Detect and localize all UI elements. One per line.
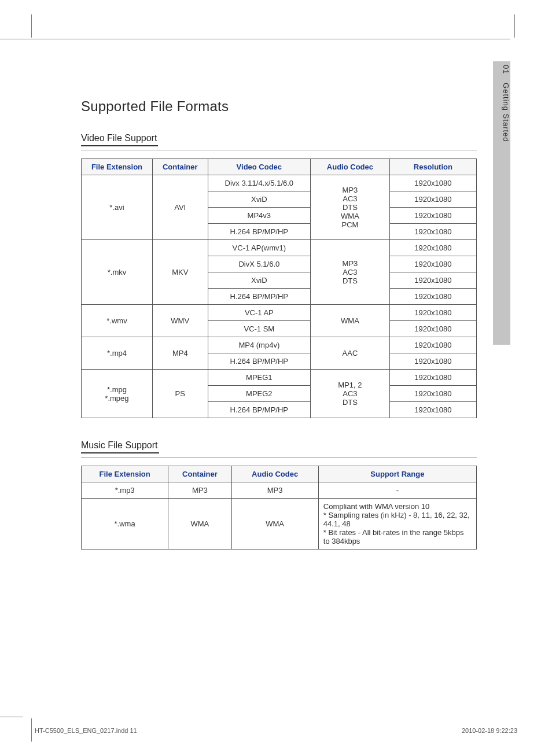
cell-container: AVI (152, 175, 208, 240)
th-container: Container (168, 466, 231, 482)
crop-mark (514, 14, 515, 38)
cell-audio-codec: MP3 (231, 482, 318, 499)
cell-file-extension: *.avi (82, 175, 153, 240)
cell-video-codec: H.264 BP/MP/HP (208, 224, 311, 240)
th-resolution: Resolution (389, 159, 476, 175)
table-header-row: File Extension Container Video Codec Aud… (82, 159, 477, 175)
cell-audio-codec: AAC (311, 337, 390, 370)
cell-resolution: 1920x1080 (389, 256, 476, 272)
cell-support-range: Compliant with WMA version 10* Sampling … (318, 499, 476, 550)
cell-resolution: 1920x1080 (389, 353, 476, 370)
page: 01 Getting Started Supported File Format… (0, 0, 552, 756)
table-row: *.mpg*.mpegPSMPEG1MP1, 2AC3DTS1920x1080 (82, 370, 477, 386)
th-container: Container (152, 159, 208, 175)
th-video-codec: Video Codec (208, 159, 311, 175)
chapter-number: 01 (502, 65, 510, 74)
cell-video-codec: H.264 BP/MP/HP (208, 289, 311, 305)
table-row: *.mp3MP3MP3- (82, 482, 477, 499)
cell-video-codec: MPEG1 (208, 370, 311, 386)
table-row: *.mp4MP4MP4 (mp4v)AAC1920x1080 (82, 337, 477, 353)
cell-video-codec: VC-1 AP (208, 305, 311, 321)
cell-video-codec: H.264 BP/MP/HP (208, 353, 311, 370)
rule (81, 457, 477, 458)
crop-mark (0, 39, 510, 39)
rule (81, 150, 477, 150)
cell-container: MP4 (152, 337, 208, 370)
cell-video-codec: MP4v3 (208, 208, 311, 224)
cell-video-codec: MPEG2 (208, 386, 311, 402)
th-support-range: Support Range (318, 466, 476, 482)
cell-resolution: 1920x1080 (389, 321, 476, 337)
cell-container: MP3 (168, 482, 231, 499)
cell-resolution: 1920x1080 (389, 224, 476, 240)
cell-audio-codec: WMA (231, 499, 318, 550)
cell-resolution: 1920x1080 (389, 240, 476, 256)
table-header-row: File Extension Container Audio Codec Sup… (82, 466, 477, 482)
cell-video-codec: DivX 5.1/6.0 (208, 256, 311, 272)
cell-support-range: - (318, 482, 476, 499)
cell-container: MKV (152, 240, 208, 305)
crop-mark (31, 14, 32, 38)
crop-mark (31, 718, 32, 742)
cell-resolution: 1920x1080 (389, 370, 476, 386)
cell-video-codec: XviD (208, 272, 311, 289)
cell-audio-codec: MP3AC3DTSWMAPCM (311, 175, 390, 240)
cell-video-codec: H.264 BP/MP/HP (208, 402, 311, 418)
cell-video-codec: Divx 3.11/4.x/5.1/6.0 (208, 175, 311, 191)
table-row: *.wmaWMAWMACompliant with WMA version 10… (82, 499, 477, 550)
cell-resolution: 1920x1080 (389, 175, 476, 191)
cell-resolution: 1920x1080 (389, 191, 476, 208)
table-row: *.aviAVIDivx 3.11/4.x/5.1/6.0MP3AC3DTSWM… (82, 175, 477, 191)
music-support-table: File Extension Container Audio Codec Sup… (81, 466, 477, 550)
cell-resolution: 1920x1080 (389, 386, 476, 402)
table-row: *.mkvMKVVC-1 AP(wmv1)MP3AC3DTS1920x1080 (82, 240, 477, 256)
th-audio-codec: Audio Codec (311, 159, 390, 175)
cell-resolution: 1920x1080 (389, 272, 476, 289)
cell-audio-codec: MP1, 2AC3DTS (311, 370, 390, 418)
cell-container: WMV (152, 305, 208, 337)
cell-resolution: 1920x1080 (389, 337, 476, 353)
th-file-extension: File Extension (82, 159, 153, 175)
chapter-title: Getting Started (502, 83, 510, 142)
content: Supported File Formats Video File Suppor… (81, 98, 477, 756)
footer-timestamp: 2010-02-18 9:22:23 (462, 727, 517, 734)
cell-video-codec: VC-1 SM (208, 321, 311, 337)
table-row: *.wmvWMVVC-1 APWMA1920x1080 (82, 305, 477, 321)
cell-container: WMA (168, 499, 231, 550)
cell-file-extension: *.wma (82, 499, 168, 550)
cell-container: PS (152, 370, 208, 418)
cell-file-extension: *.mpg*.mpeg (82, 370, 153, 418)
side-tab: 01 Getting Started (493, 61, 510, 345)
side-tab-text: 01 Getting Started (493, 65, 510, 142)
cell-resolution: 1920x1080 (389, 305, 476, 321)
cell-file-extension: *.mkv (82, 240, 153, 305)
cell-video-codec: VC-1 AP(wmv1) (208, 240, 311, 256)
footer-file: HT-C5500_ELS_ENG_0217.indd 11 (35, 727, 137, 734)
video-support-heading: Video File Support (81, 133, 158, 146)
cell-resolution: 1920x1080 (389, 402, 476, 418)
cell-file-extension: *.wmv (82, 305, 153, 337)
th-file-extension: File Extension (82, 466, 168, 482)
cell-file-extension: *.mp3 (82, 482, 168, 499)
crop-mark (0, 717, 23, 717)
cell-video-codec: MP4 (mp4v) (208, 337, 311, 353)
cell-video-codec: XviD (208, 191, 311, 208)
th-audio-codec: Audio Codec (231, 466, 318, 482)
footer-meta: HT-C5500_ELS_ENG_0217.indd 11 2010-02-18… (35, 727, 517, 734)
cell-audio-codec: MP3AC3DTS (311, 240, 390, 305)
cell-resolution: 1920x1080 (389, 208, 476, 224)
cell-audio-codec: WMA (311, 305, 390, 337)
cell-file-extension: *.mp4 (82, 337, 153, 370)
page-title: Supported File Formats (81, 98, 477, 115)
music-support-heading: Music File Support (81, 440, 159, 453)
video-support-table: File Extension Container Video Codec Aud… (81, 158, 477, 418)
cell-resolution: 1920x1080 (389, 289, 476, 305)
